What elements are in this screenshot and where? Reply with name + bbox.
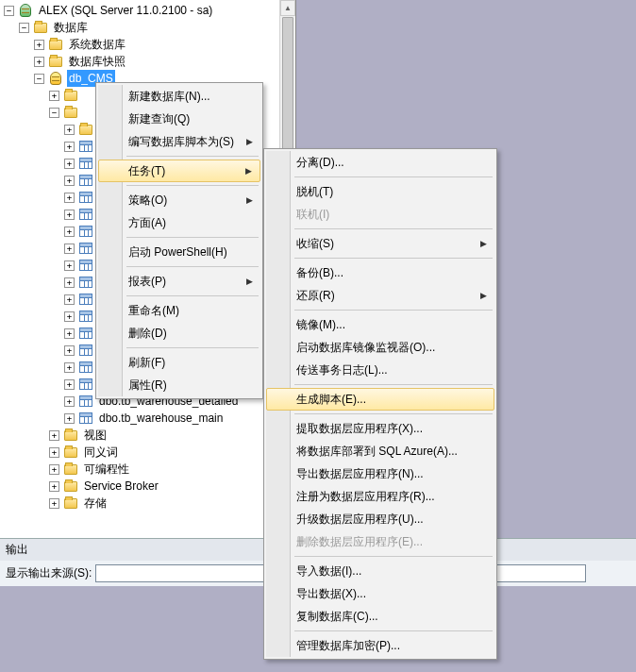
menu-new-query[interactable]: 新建查询(Q) bbox=[98, 108, 260, 130]
tree-node-databases[interactable]: 数据库 bbox=[4, 19, 295, 36]
tree-node-synonyms[interactable]: 同义词 bbox=[4, 444, 295, 461]
menu-label: 导出数据(X)... bbox=[296, 586, 366, 602]
menu-tasks[interactable]: 任务(T)▶ bbox=[98, 160, 260, 182]
tree-label: 系统数据库 bbox=[67, 36, 127, 53]
expand-icon[interactable] bbox=[64, 345, 75, 356]
expand-icon[interactable] bbox=[49, 91, 59, 101]
scroll-up-button[interactable]: ▲ bbox=[280, 0, 295, 16]
table-icon bbox=[78, 173, 93, 188]
expand-icon[interactable] bbox=[64, 328, 75, 339]
menu-label: 收缩(S) bbox=[296, 236, 334, 252]
menu-mirror[interactable]: 镜像(M)... bbox=[266, 313, 494, 336]
menu-shrink[interactable]: 收缩(S)▶ bbox=[266, 232, 494, 255]
menu-separator bbox=[294, 258, 493, 259]
menu-restore[interactable]: 还原(R)▶ bbox=[266, 284, 494, 307]
table-icon bbox=[78, 411, 93, 426]
menu-separator bbox=[126, 185, 259, 186]
collapse-icon[interactable] bbox=[34, 74, 44, 84]
expand-icon[interactable] bbox=[64, 260, 75, 271]
menu-online: 联机(I) bbox=[266, 203, 494, 226]
submenu-arrow-icon: ▶ bbox=[246, 137, 253, 146]
menu-label: 将数据库部署到 SQL Azure(A)... bbox=[296, 444, 458, 460]
menu-import-data[interactable]: 导入数据(I)... bbox=[266, 560, 494, 582]
output-source-label: 显示输出来源(S): bbox=[6, 565, 92, 581]
menu-facets[interactable]: 方面(A) bbox=[98, 211, 260, 234]
expand-icon[interactable] bbox=[64, 311, 75, 322]
menu-new-database[interactable]: 新建数据库(N)... bbox=[98, 85, 260, 108]
expand-icon[interactable] bbox=[49, 430, 59, 441]
menu-manage-encryption[interactable]: 管理数据库加密(P)... bbox=[266, 634, 494, 657]
tree-node-views[interactable]: 视图 bbox=[4, 427, 295, 444]
menu-offline[interactable]: 脱机(T) bbox=[266, 180, 494, 203]
expand-icon[interactable] bbox=[64, 193, 75, 203]
table-icon bbox=[78, 360, 93, 375]
menu-copy-db[interactable]: 复制数据库(C)... bbox=[266, 605, 494, 628]
expand-icon[interactable] bbox=[64, 294, 75, 305]
menu-export-data-tier[interactable]: 导出数据层应用程序(N)... bbox=[266, 462, 494, 485]
menu-extract-data-tier[interactable]: 提取数据层应用程序(X)... bbox=[266, 417, 494, 440]
menu-rename[interactable]: 重命名(M) bbox=[98, 299, 260, 322]
expand-icon[interactable] bbox=[49, 498, 59, 509]
submenu-arrow-icon: ▶ bbox=[245, 166, 252, 176]
menu-upgrade-data-tier[interactable]: 升级数据层应用程序(U)... bbox=[266, 508, 494, 530]
tree-node-server[interactable]: ALEX (SQL Server 11.0.2100 - sa) bbox=[4, 2, 295, 19]
menu-label: 复制数据库(C)... bbox=[296, 609, 378, 625]
expand-icon[interactable] bbox=[64, 159, 75, 169]
menu-label: 删除数据层应用程序(E)... bbox=[296, 534, 423, 550]
menu-label: 还原(R) bbox=[296, 288, 335, 304]
menu-label: 启动 PowerShell(H) bbox=[128, 244, 227, 260]
expand-icon[interactable] bbox=[34, 40, 44, 50]
menu-start-powershell[interactable]: 启动 PowerShell(H) bbox=[98, 241, 260, 263]
menu-label: 重命名(M) bbox=[128, 303, 179, 319]
expand-icon[interactable] bbox=[34, 57, 44, 67]
table-icon bbox=[78, 394, 93, 409]
expand-icon[interactable] bbox=[64, 362, 75, 373]
menu-label: 策略(O) bbox=[128, 193, 167, 209]
expand-icon[interactable] bbox=[64, 142, 75, 152]
tree-label: ALEX (SQL Server 11.0.2100 - sa) bbox=[37, 2, 214, 19]
menu-script-db-as[interactable]: 编写数据库脚本为(S)▶ bbox=[98, 130, 260, 153]
tree-node-storage[interactable]: 存储 bbox=[4, 495, 295, 512]
expand-icon[interactable] bbox=[64, 125, 75, 135]
menu-label: 新建数据库(N)... bbox=[128, 89, 210, 105]
expand-icon[interactable] bbox=[49, 464, 59, 475]
expand-icon[interactable] bbox=[64, 379, 75, 390]
menu-separator bbox=[294, 630, 493, 631]
table-icon bbox=[78, 139, 93, 154]
expand-icon[interactable] bbox=[49, 447, 59, 458]
collapse-icon[interactable] bbox=[19, 23, 29, 33]
menu-export-data[interactable]: 导出数据(X)... bbox=[266, 582, 494, 605]
expand-icon[interactable] bbox=[64, 277, 75, 288]
tree-node-programmability[interactable]: 可编程性 bbox=[4, 461, 295, 478]
expand-icon[interactable] bbox=[64, 210, 75, 220]
collapse-icon[interactable] bbox=[49, 108, 59, 118]
menu-detach[interactable]: 分离(D)... bbox=[266, 151, 494, 174]
tree-node-sysdb[interactable]: 系统数据库 bbox=[4, 36, 295, 53]
expand-icon[interactable] bbox=[64, 244, 75, 254]
menu-refresh[interactable]: 刷新(F) bbox=[98, 351, 260, 374]
menu-backup[interactable]: 备份(B)... bbox=[266, 261, 494, 284]
menu-label: 导出数据层应用程序(N)... bbox=[296, 466, 424, 482]
menu-generate-scripts[interactable]: 生成脚本(E)... bbox=[266, 388, 494, 411]
tree-node-service-broker[interactable]: Service Broker bbox=[4, 478, 295, 495]
expand-icon[interactable] bbox=[64, 413, 75, 424]
tree-node-snapshot[interactable]: 数据库快照 bbox=[4, 53, 295, 70]
menu-policies[interactable]: 策略(O)▶ bbox=[98, 189, 260, 211]
expand-icon[interactable] bbox=[64, 227, 75, 237]
collapse-icon[interactable] bbox=[4, 6, 14, 16]
tree-node-wh-main[interactable]: dbo.tb_warehouse_main bbox=[4, 410, 295, 427]
menu-register-data-tier[interactable]: 注册为数据层应用程序(R)... bbox=[266, 485, 494, 508]
menu-label: 脱机(T) bbox=[296, 184, 333, 200]
menu-reports[interactable]: 报表(P)▶ bbox=[98, 270, 260, 293]
menu-label: 联机(I) bbox=[296, 207, 329, 223]
expand-icon[interactable] bbox=[49, 481, 59, 492]
menu-launch-mirror-monitor[interactable]: 启动数据库镜像监视器(O)... bbox=[266, 336, 494, 359]
menu-label: 分离(D)... bbox=[296, 155, 344, 171]
menu-deploy-azure[interactable]: 将数据库部署到 SQL Azure(A)... bbox=[266, 440, 494, 462]
expand-icon[interactable] bbox=[64, 396, 75, 407]
menu-label: 属性(R) bbox=[128, 378, 167, 394]
expand-icon[interactable] bbox=[64, 176, 75, 186]
menu-properties[interactable]: 属性(R) bbox=[98, 374, 260, 396]
menu-ship-logs[interactable]: 传送事务日志(L)... bbox=[266, 359, 494, 381]
menu-delete[interactable]: 删除(D) bbox=[98, 322, 260, 344]
